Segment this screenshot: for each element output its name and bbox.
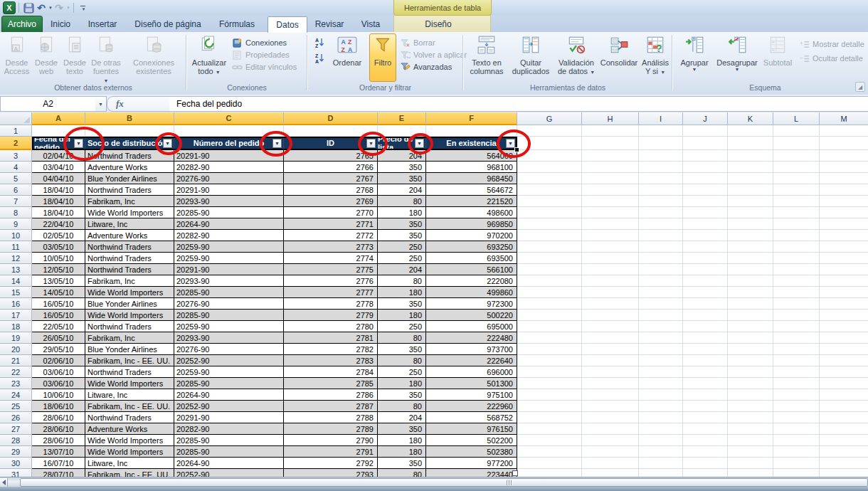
cell[interactable] — [582, 125, 639, 137]
cell[interactable]: 350 — [378, 230, 426, 241]
cell[interactable] — [773, 207, 820, 218]
cell[interactable]: 03/05/10 — [32, 241, 85, 253]
cell[interactable]: 2785 — [284, 378, 378, 389]
row-header-3[interactable]: 3 — [0, 150, 32, 162]
filter-dropdown-button-A[interactable]: ▼ — [74, 139, 83, 148]
cell[interactable] — [582, 230, 639, 241]
cell[interactable]: 972300 — [426, 298, 517, 310]
save-icon[interactable] — [22, 1, 35, 14]
cell[interactable]: 693500 — [426, 253, 517, 264]
cell[interactable] — [683, 137, 728, 150]
conexiones-item[interactable]: Conexiones — [232, 37, 287, 48]
cell[interactable]: Northwind Traders — [85, 150, 174, 162]
cell[interactable]: 222640 — [426, 355, 517, 366]
cell[interactable] — [639, 207, 683, 218]
cell[interactable]: 250 — [378, 321, 426, 332]
cell[interactable]: 20282-90 — [174, 423, 284, 435]
cell[interactable]: Wide World Importers — [85, 310, 174, 321]
desagrupar-button[interactable]: Desagrupar ▼ — [715, 33, 759, 82]
cell[interactable] — [683, 355, 728, 366]
cell[interactable] — [820, 412, 868, 423]
cell[interactable] — [773, 310, 820, 321]
fill-handle[interactable] — [514, 147, 519, 152]
cell[interactable]: 22/05/10 — [32, 321, 85, 332]
filtro-button[interactable]: Filtro — [369, 33, 396, 82]
cell[interactable] — [728, 207, 773, 218]
cell[interactable]: Wide World Importers — [85, 207, 174, 218]
cell[interactable] — [820, 355, 868, 366]
cell[interactable] — [773, 253, 820, 264]
cell[interactable]: Blue Yonder Airlines — [85, 344, 174, 355]
cell[interactable]: Adventure Works — [85, 423, 174, 435]
filter-dropdown-button-B[interactable]: ▼ — [163, 139, 172, 148]
cell[interactable]: 20293-90 — [174, 332, 284, 344]
cell[interactable] — [728, 310, 773, 321]
cell[interactable] — [517, 321, 582, 332]
cell[interactable]: Litware, Inc — [85, 458, 174, 469]
tab-revisar[interactable]: Revisar — [309, 16, 350, 32]
cell[interactable] — [820, 378, 868, 389]
cell[interactable] — [820, 150, 868, 162]
cell[interactable]: 2789 — [284, 423, 378, 435]
cell[interactable]: 22/04/10 — [32, 218, 85, 230]
cell[interactable]: Blue Yonder Airlines — [85, 298, 174, 310]
cell[interactable] — [639, 298, 683, 310]
cell[interactable] — [378, 125, 426, 137]
cell[interactable]: 2780 — [284, 321, 378, 332]
cell[interactable] — [773, 287, 820, 298]
row-header-5[interactable]: 5 — [0, 173, 32, 184]
validacion-de-datos-button[interactable]: Validación de datos ▼ — [554, 33, 598, 82]
tab-archivo[interactable]: Archivo — [1, 16, 43, 33]
cell[interactable] — [683, 412, 728, 423]
cell[interactable]: 500220 — [426, 310, 517, 321]
cell[interactable] — [683, 196, 728, 207]
cell[interactable] — [728, 401, 773, 412]
row-header-27[interactable]: 27 — [0, 423, 32, 435]
cell[interactable] — [85, 125, 174, 137]
cell[interactable] — [773, 332, 820, 344]
cell[interactable] — [639, 162, 683, 173]
cell[interactable]: 20285-90 — [174, 435, 284, 446]
cell[interactable]: 250 — [378, 366, 426, 378]
cell[interactable]: Fabrikam, Inc — [85, 275, 174, 287]
cell[interactable] — [517, 435, 582, 446]
cell[interactable] — [582, 287, 639, 298]
cell[interactable] — [683, 401, 728, 412]
cell[interactable] — [773, 218, 820, 230]
cell[interactable]: 2771 — [284, 218, 378, 230]
cell[interactable]: 180 — [378, 207, 426, 218]
row-header-26[interactable]: 26 — [0, 412, 32, 423]
cell[interactable]: 20276-90 — [174, 173, 284, 184]
cell[interactable]: 498600 — [426, 207, 517, 218]
cell[interactable]: 350 — [378, 344, 426, 355]
cell[interactable]: 20264-90 — [174, 458, 284, 469]
cell[interactable] — [582, 207, 639, 218]
cell[interactable]: 977200 — [426, 458, 517, 469]
cell[interactable] — [683, 162, 728, 173]
cell[interactable] — [773, 184, 820, 196]
table-header-cell[interactable]: En existencia — [426, 137, 517, 150]
cell[interactable]: 02/06/10 — [32, 355, 85, 366]
table-header-cell[interactable]: Número del pedido — [174, 137, 284, 150]
cell[interactable]: 20264-90 — [174, 389, 284, 401]
table-header-cell[interactable]: Socio de distribución — [85, 137, 174, 150]
cell[interactable] — [517, 298, 582, 310]
cell[interactable]: 502380 — [426, 446, 517, 458]
cell[interactable] — [728, 344, 773, 355]
cell[interactable] — [728, 435, 773, 446]
row-header-13[interactable]: 13 — [0, 264, 32, 275]
cell[interactable] — [582, 321, 639, 332]
cell[interactable] — [582, 241, 639, 253]
cell[interactable] — [820, 321, 868, 332]
qat-customize-icon[interactable]: ▼ — [77, 1, 90, 14]
cell[interactable]: 968100 — [426, 162, 517, 173]
row-header-6[interactable]: 6 — [0, 184, 32, 196]
cell[interactable]: 568752 — [426, 412, 517, 423]
cell[interactable] — [820, 125, 868, 137]
cell[interactable] — [773, 344, 820, 355]
cell[interactable]: 16/05/10 — [32, 310, 85, 321]
cell[interactable] — [639, 196, 683, 207]
cell[interactable] — [683, 423, 728, 435]
cell[interactable] — [728, 150, 773, 162]
texto-en-columnas-button[interactable]: Texto en columnas — [466, 33, 507, 82]
